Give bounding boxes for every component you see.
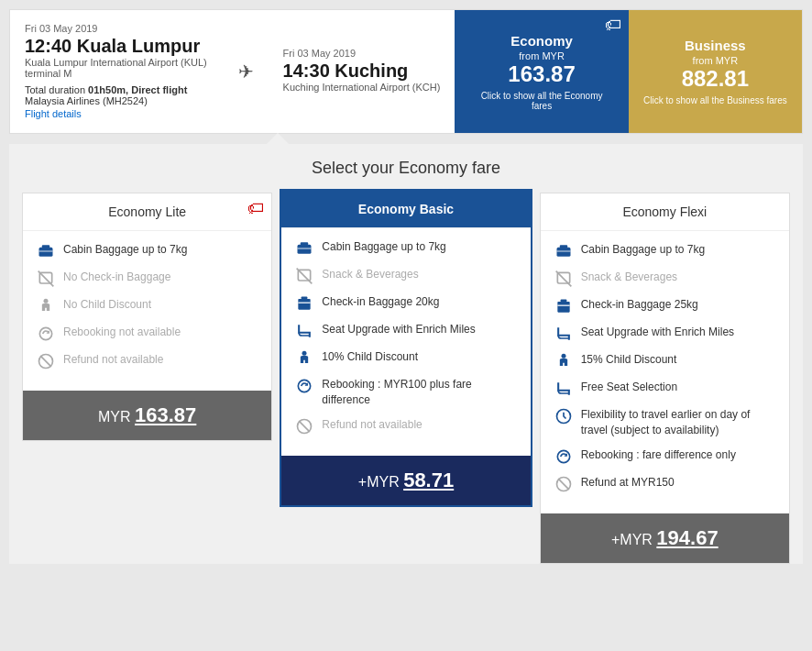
business-from-label: from MYR bbox=[693, 55, 739, 66]
feature-text: Flexibility to travel earlier on day of … bbox=[581, 407, 776, 438]
fare-lite-price[interactable]: MYR 163.87 bbox=[23, 391, 271, 440]
child-icon bbox=[294, 349, 314, 368]
fare-flexi-header: Economy Flexi bbox=[541, 193, 789, 231]
svg-point-29 bbox=[561, 354, 565, 359]
svg-point-6 bbox=[39, 327, 51, 339]
free-seat-icon bbox=[554, 380, 574, 398]
refund-icon bbox=[36, 352, 56, 370]
seat-icon bbox=[294, 322, 314, 340]
feature-item: Check-in Baggage 20kg bbox=[294, 294, 517, 313]
feature-item: Cabin Baggage up to 7kg bbox=[554, 242, 776, 260]
economy-price: 163.87 bbox=[508, 61, 575, 87]
feature-text: Cabin Baggage up to 7kg bbox=[63, 242, 187, 258]
flight-card: Fri 03 May 2019 12:40 Kuala Lumpur Kuala… bbox=[9, 9, 803, 134]
svg-rect-26 bbox=[557, 302, 569, 313]
svg-point-17 bbox=[302, 351, 307, 356]
fare-select-title: Select your Economy fare bbox=[18, 159, 794, 178]
business-price: 882.81 bbox=[682, 66, 749, 92]
flight-details-link[interactable]: Flight details bbox=[25, 108, 82, 119]
fare-lite-header: Economy Lite bbox=[23, 193, 271, 231]
feature-item: Refund at MYR150 bbox=[554, 475, 776, 493]
fare-flexi-features: Cabin Baggage up to 7kgSnack & Beverages… bbox=[541, 231, 789, 513]
feature-item: Snack & Beverages bbox=[554, 270, 776, 288]
feature-item: Rebooking : fare difference only bbox=[554, 447, 776, 466]
feature-text: Seat Upgrade with Enrich Miles bbox=[581, 325, 734, 340]
snack-icon bbox=[554, 270, 574, 288]
feature-text: Rebooking not available bbox=[63, 325, 181, 340]
fare-lite-tag: 🏷 bbox=[247, 199, 264, 218]
flexibility-icon bbox=[554, 407, 574, 425]
flight-duration: Total duration 01h50m, Direct flight Mal… bbox=[25, 84, 209, 106]
feature-text: Cabin Baggage up to 7kg bbox=[322, 239, 445, 255]
feature-item: Free Seat Selection bbox=[554, 380, 776, 398]
pointer-triangle bbox=[265, 133, 291, 146]
feature-item: No Check-in Baggage bbox=[36, 270, 258, 288]
arrival-date: Fri 03 May 2019 bbox=[283, 48, 441, 59]
arrival-time: 14:30 bbox=[283, 61, 330, 81]
arrival-airport: Kuching International Airport (KCH) bbox=[283, 82, 441, 93]
fare-flexi-price[interactable]: +MYR 194.67 bbox=[541, 513, 789, 563]
svg-rect-0 bbox=[39, 248, 53, 257]
checkin-icon bbox=[294, 294, 314, 313]
rebook-icon bbox=[36, 325, 56, 343]
fare-col-lite[interactable]: 🏷 Economy Lite Cabin Baggage up to 7kgNo… bbox=[22, 193, 272, 441]
cabin-icon bbox=[36, 242, 56, 260]
rebook-icon bbox=[554, 447, 574, 466]
feature-item: 15% Child Discount bbox=[554, 352, 776, 370]
fare-basic-features: Cabin Baggage up to 7kgSnack & Beverages… bbox=[281, 228, 530, 456]
svg-line-20 bbox=[299, 421, 310, 432]
page-wrapper: Fri 03 May 2019 12:40 Kuala Lumpur Kuala… bbox=[0, 0, 812, 573]
feature-item: Snack & Beverages bbox=[294, 267, 517, 285]
fare-columns: 🏷 Economy Lite Cabin Baggage up to 7kgNo… bbox=[18, 193, 794, 564]
svg-point-18 bbox=[299, 380, 311, 392]
feature-text: Snack & Beverages bbox=[581, 270, 677, 285]
svg-rect-10 bbox=[301, 242, 308, 245]
checkin-icon bbox=[554, 297, 574, 315]
fare-select-section: Select your Economy fare 🏷 Economy Lite … bbox=[9, 144, 803, 564]
feature-text: Refund not available bbox=[63, 352, 163, 368]
feature-item: Rebooking : MYR100 plus fare difference bbox=[294, 377, 517, 408]
departure-airport: Kuala Lumpur International Airport (KUL)… bbox=[25, 57, 209, 79]
feature-item: Seat Upgrade with Enrich Miles bbox=[554, 325, 776, 343]
svg-point-31 bbox=[557, 450, 569, 462]
departure-date: Fri 03 May 2019 bbox=[25, 23, 209, 34]
plane-icon: ✈ bbox=[238, 61, 254, 83]
feature-item: Refund not available bbox=[294, 417, 517, 436]
feature-item: Refund not available bbox=[36, 352, 258, 370]
fare-col-flexi[interactable]: Economy Flexi Cabin Baggage up to 7kgSna… bbox=[540, 193, 790, 564]
departure-time: 12:40 bbox=[25, 36, 71, 56]
svg-line-33 bbox=[558, 479, 569, 490]
arrival-city: Kuching bbox=[335, 61, 408, 81]
feature-item: Seat Upgrade with Enrich Miles bbox=[294, 322, 517, 340]
feature-item: Cabin Baggage up to 7kg bbox=[36, 242, 258, 260]
svg-rect-9 bbox=[298, 245, 312, 254]
economy-from-label: from MYR bbox=[519, 50, 565, 61]
fare-col-basic[interactable]: Economy Basic Cabin Baggage up to 7kgSna… bbox=[280, 189, 532, 507]
svg-point-5 bbox=[44, 299, 49, 303]
economy-fare-button[interactable]: 🏷 Economy from MYR 163.87 Click to show … bbox=[455, 10, 628, 133]
feature-text: Refund at MYR150 bbox=[581, 475, 675, 491]
fare-basic-price[interactable]: +MYR 58.71 bbox=[281, 456, 530, 505]
feature-text: 15% Child Discount bbox=[581, 352, 677, 368]
feature-text: Refund not available bbox=[322, 417, 422, 433]
snack-icon bbox=[36, 270, 56, 288]
child-icon bbox=[36, 297, 56, 315]
svg-rect-1 bbox=[42, 245, 49, 248]
feature-item: Check-in Baggage 25kg bbox=[554, 297, 776, 315]
economy-click-label: Click to show all the Economy fares bbox=[469, 91, 613, 111]
snack-icon bbox=[294, 267, 314, 285]
svg-rect-21 bbox=[556, 248, 570, 257]
arrival-info: Fri 03 May 2019 14:30 Kuching Kuching In… bbox=[269, 10, 455, 133]
economy-tag-icon: 🏷 bbox=[605, 16, 621, 35]
feature-item: No Child Discount bbox=[36, 297, 258, 315]
cabin-icon bbox=[554, 242, 574, 260]
fare-lite-features: Cabin Baggage up to 7kgNo Check-in Bagga… bbox=[23, 231, 271, 391]
svg-rect-14 bbox=[299, 299, 311, 310]
feature-text: Rebooking : MYR100 plus fare difference bbox=[322, 377, 517, 408]
feature-text: No Check-in Baggage bbox=[63, 270, 170, 285]
rebook-icon bbox=[294, 377, 314, 395]
refund-icon bbox=[294, 417, 314, 436]
feature-item: Cabin Baggage up to 7kg bbox=[294, 239, 517, 258]
seat-icon bbox=[554, 325, 574, 343]
business-fare-button[interactable]: Business from MYR 882.81 Click to show a… bbox=[629, 10, 802, 133]
